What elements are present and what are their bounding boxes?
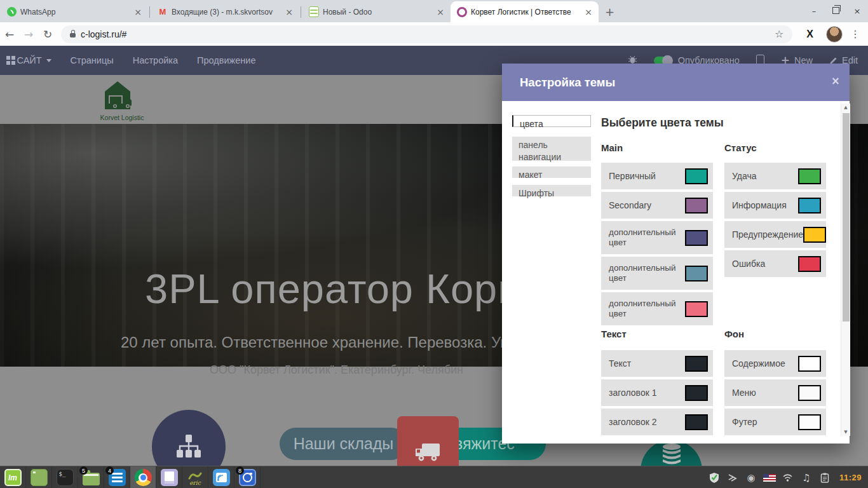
odoo-menu-pages[interactable]: Страницы [71, 55, 114, 65]
forward-button[interactable]: → [19, 28, 38, 41]
color-swatch[interactable] [798, 356, 821, 372]
taskbar-clock[interactable]: 11:29 [839, 473, 862, 482]
color-label: заголовок 2 [609, 417, 656, 427]
color-swatch[interactable] [803, 227, 826, 243]
cast-wifi-icon [213, 469, 230, 486]
color-swatch[interactable] [798, 385, 821, 401]
scrollbar-thumb[interactable] [843, 113, 850, 322]
color-row-error[interactable]: Ошибка [724, 250, 826, 277]
scroll-up-icon[interactable]: ▲ [841, 105, 850, 110]
taskbar-text-editor[interactable] [156, 466, 182, 488]
color-row-menu-bg[interactable]: Меню [724, 379, 826, 406]
odoo-site-menu[interactable]: САЙТ [0, 55, 51, 65]
browser-tab-active-korvet[interactable]: Корвет Логистик | Ответстве × [451, 1, 599, 22]
taskbar-terminal[interactable]: $_ [52, 466, 78, 488]
address-bar[interactable]: c-logist.ru/# ☆ [61, 25, 792, 43]
browser-tab-gmail[interactable]: M Входящие (3) - m.k.skvortsov × [151, 1, 299, 22]
color-swatch[interactable] [685, 230, 708, 246]
tab-close-icon[interactable]: × [133, 7, 143, 17]
site-logo[interactable]: Korvet Logistic [97, 79, 147, 121]
modal-tab-fonts[interactable]: Шрифты [512, 185, 591, 196]
color-row-extra-1[interactable]: дополнительный цвет [601, 221, 713, 254]
modal-scrollbar[interactable]: ▲ ▼ [841, 104, 850, 436]
taskbar-chrome[interactable] [130, 466, 156, 488]
color-swatch[interactable] [798, 168, 821, 184]
taskbar-cast-app[interactable] [208, 466, 234, 488]
window-controls: – × [803, 0, 868, 22]
taskbar-editor[interactable]: 4 [104, 466, 130, 488]
modal-tab-layout[interactable]: макет [512, 166, 591, 178]
modal-close-icon[interactable]: × [831, 74, 840, 87]
tab-close-icon[interactable]: × [583, 7, 593, 17]
tab-close-icon[interactable]: × [284, 7, 294, 17]
modal-tab-navbar[interactable]: панель навигации [512, 137, 591, 161]
minimize-button[interactable]: – [803, 6, 825, 16]
color-swatch[interactable] [685, 414, 708, 430]
color-swatch[interactable] [798, 198, 821, 214]
music-note-icon[interactable]: ♫ [800, 471, 813, 484]
color-row-footer-bg[interactable]: Футер [724, 409, 826, 435]
color-swatch[interactable] [685, 198, 708, 214]
taskbar-mint-menu[interactable]: lm [0, 466, 26, 488]
chrome-icon [135, 469, 152, 486]
odoo-menu-customize[interactable]: Настройка [133, 55, 178, 65]
taskbar-eric-ide[interactable]: eric [182, 466, 208, 488]
clipboard-icon[interactable] [818, 471, 831, 484]
back-button[interactable]: ← [0, 28, 19, 41]
color-row-heading1[interactable]: заголовок 1 [601, 379, 713, 406]
sync-chevrons-icon[interactable] [726, 471, 739, 484]
profile-avatar[interactable] [826, 26, 843, 43]
color-swatch[interactable] [685, 356, 708, 372]
color-row-secondary[interactable]: Secondary [601, 192, 713, 219]
keyboard-layout-flag[interactable] [763, 471, 776, 484]
close-window-button[interactable]: × [846, 6, 868, 16]
org-chart-icon [174, 432, 203, 461]
eric-snake-icon: eric [187, 469, 204, 486]
tab-title: Новый - Odoo [323, 8, 431, 17]
color-swatch[interactable] [798, 414, 821, 430]
extension-x-icon[interactable]: X [806, 29, 813, 40]
color-row-text[interactable]: Текст [601, 350, 713, 377]
modal-tab-colors[interactable]: цвета [512, 115, 591, 127]
scroll-down-icon[interactable]: ▼ [841, 430, 850, 435]
text-colors-column: Текст заголовок 1 заголовок 2 [601, 350, 713, 435]
url-text[interactable]: c-logist.ru/# [81, 29, 772, 39]
color-swatch[interactable] [685, 168, 708, 184]
database-icon [658, 441, 685, 469]
color-swatch[interactable] [685, 385, 708, 401]
odoo-menu-promote[interactable]: Продвижение [197, 55, 255, 65]
color-row-warning[interactable]: Предупреждение [724, 221, 826, 248]
new-tab-button[interactable]: + [605, 5, 614, 18]
bookmark-star-icon[interactable]: ☆ [775, 28, 783, 40]
color-label: дополнительный цвет [609, 227, 680, 248]
color-row-extra-3[interactable]: дополнительный цвет [601, 292, 713, 325]
warehouses-button[interactable]: Наши склады [280, 428, 407, 460]
nvidia-icon[interactable]: ◉ [745, 471, 757, 484]
color-row-extra-2[interactable]: дополнительный цвет [601, 257, 713, 290]
browser-tab-odoo-new[interactable]: Новый - Odoo × [302, 1, 451, 22]
color-label: Удача [732, 171, 757, 181]
color-swatch[interactable] [685, 301, 708, 317]
color-row-info[interactable]: Информация [724, 192, 826, 219]
tab-close-icon[interactable]: × [435, 7, 445, 17]
color-row-success[interactable]: Удача [724, 163, 826, 189]
taskbar-folder[interactable]: 5 [78, 466, 104, 488]
site-menu-label: САЙТ [17, 55, 42, 65]
taskbar-screenshot[interactable]: 8 [234, 466, 261, 488]
shield-check-icon[interactable] [708, 471, 721, 484]
browser-menu-icon[interactable]: ⋮ [850, 28, 860, 40]
color-label: Предупреждение [732, 229, 803, 240]
wifi-icon[interactable] [782, 471, 794, 484]
color-swatch[interactable] [685, 266, 708, 281]
main-colors-column: Первичный Secondary дополнительный цвет … [601, 163, 713, 325]
grid-icon [6, 56, 15, 65]
color-row-primary[interactable]: Первичный [601, 163, 713, 189]
reload-button[interactable]: ↻ [38, 28, 57, 41]
color-swatch[interactable] [798, 256, 821, 272]
browser-tab-whatsapp[interactable]: WhatsApp × [0, 1, 148, 22]
browser-tab-strip: WhatsApp × M Входящие (3) - m.k.skvortso… [0, 0, 868, 22]
color-row-content-bg[interactable]: Содержимое [724, 350, 826, 377]
taskbar-files[interactable] [26, 466, 52, 488]
color-row-heading2[interactable]: заголовок 2 [601, 409, 713, 435]
restore-button[interactable] [825, 6, 846, 16]
